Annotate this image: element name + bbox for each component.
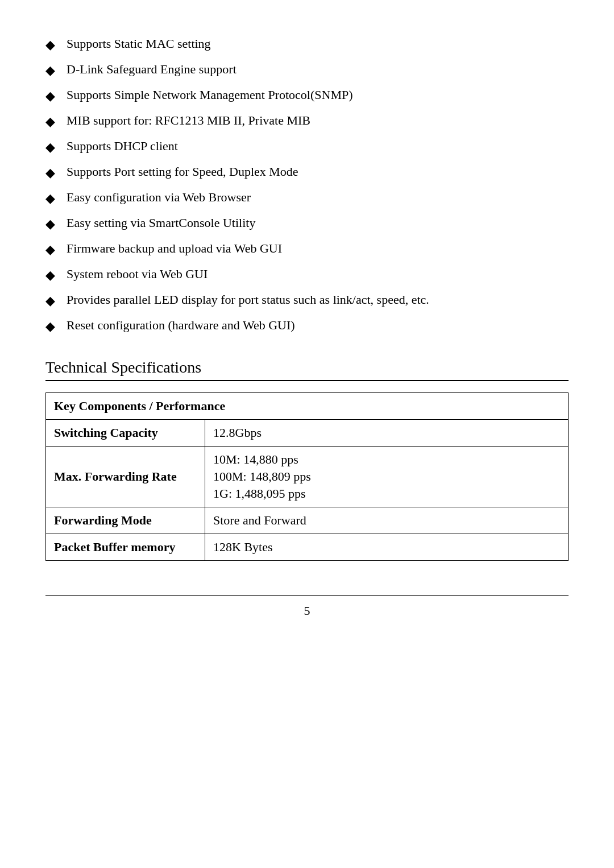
bullet-text: Easy setting via SmartConsole Utility [67,213,569,232]
bullet-item-10: ◆Provides parallel LED display for port … [45,290,569,310]
page-footer: 5 [45,595,569,618]
bullet-diamond-icon: ◆ [45,61,55,80]
bullet-text: Supports Static MAC setting [67,34,569,53]
specs-table: Key Components / PerformanceSwitching Ca… [45,392,569,561]
bullet-diamond-icon: ◆ [45,163,55,182]
table-header-cell: Key Components / Performance [46,393,569,420]
bullet-diamond-icon: ◆ [45,189,55,208]
table-row-multi: Max. Forwarding Rate10M: 14,880 pps100M:… [46,447,569,507]
forwarding-rate-value: 1G: 1,488,095 pps [213,486,560,501]
bullet-diamond-icon: ◆ [45,317,55,336]
bullet-item-3: ◆MIB support for: RFC1213 MIB II, Privat… [45,111,569,131]
bullet-diamond-icon: ◆ [45,266,55,284]
table-row: Packet Buffer memory128K Bytes [46,534,569,561]
section-title: Technical Specifications [45,358,569,381]
bullet-item-5: ◆Supports Port setting for Speed, Duplex… [45,162,569,182]
table-value-cell: 128K Bytes [205,534,569,561]
table-row: Forwarding ModeStore and Forward [46,507,569,534]
bullet-diamond-icon: ◆ [45,214,55,233]
bullet-item-8: ◆Firmware backup and upload via Web GUI [45,239,569,259]
bullet-text: MIB support for: RFC1213 MIB II, Private… [67,111,569,130]
bullet-text: Supports Port setting for Speed, Duplex … [67,162,569,181]
forwarding-rate-value: 100M: 148,809 pps [213,469,560,484]
bullet-diamond-icon: ◆ [45,112,55,131]
bullet-text: Supports Simple Network Management Proto… [67,85,569,104]
bullet-item-6: ◆Easy configuration via Web Browser [45,188,569,208]
table-header-row: Key Components / Performance [46,393,569,420]
page-number: 5 [304,604,310,618]
bullet-text: System reboot via Web GUI [67,264,569,283]
bullet-diamond-icon: ◆ [45,240,55,259]
bullet-item-0: ◆Supports Static MAC setting [45,34,569,54]
bullet-text: Easy configuration via Web Browser [67,188,569,206]
bullet-text: Provides parallel LED display for port s… [67,290,569,309]
table-label-cell: Forwarding Mode [46,507,205,534]
bullet-text: Firmware backup and upload via Web GUI [67,239,569,258]
bullet-item-11: ◆Reset configuration (hardware and Web G… [45,316,569,336]
bullet-item-2: ◆Supports Simple Network Management Prot… [45,85,569,105]
bullet-diamond-icon: ◆ [45,291,55,310]
bullet-diamond-icon: ◆ [45,86,55,105]
table-label-cell: Max. Forwarding Rate [46,447,205,507]
bullet-text: Reset configuration (hardware and Web GU… [67,316,569,334]
table-label-cell: Switching Capacity [46,420,205,447]
bullet-item-4: ◆Supports DHCP client [45,137,569,156]
table-value-cell: 10M: 14,880 pps100M: 148,809 pps1G: 1,48… [205,447,569,507]
feature-list: ◆Supports Static MAC setting◆D-Link Safe… [45,34,569,336]
bullet-diamond-icon: ◆ [45,35,55,54]
bullet-item-1: ◆D-Link Safeguard Engine support [45,60,569,80]
table-label-cell: Packet Buffer memory [46,534,205,561]
table-row: Switching Capacity12.8Gbps [46,420,569,447]
bullet-text: Supports DHCP client [67,137,569,155]
bullet-text: D-Link Safeguard Engine support [67,60,569,78]
bullet-item-7: ◆Easy setting via SmartConsole Utility [45,213,569,233]
bullet-item-9: ◆System reboot via Web GUI [45,264,569,284]
bullet-diamond-icon: ◆ [45,138,55,156]
table-value-cell: 12.8Gbps [205,420,569,447]
forwarding-rate-value: 10M: 14,880 pps [213,452,560,467]
table-value-cell: Store and Forward [205,507,569,534]
